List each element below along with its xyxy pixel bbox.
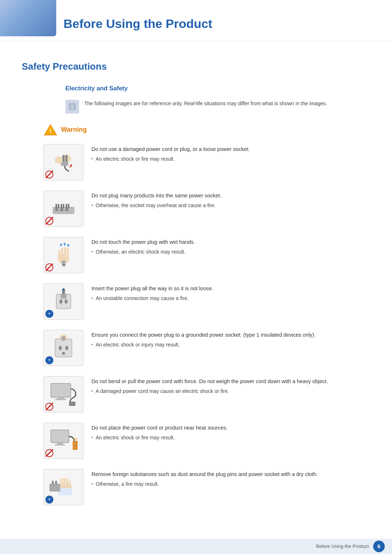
instruction-text-6: Do not bend or pull the power cord with … (91, 376, 370, 395)
svg-text:· · ·: · · · (50, 487, 53, 489)
instruction-item: · · · Remove foreign substances such as … (44, 469, 370, 505)
svg-point-34 (60, 299, 62, 304)
svg-rect-44 (62, 336, 65, 341)
main-content: Safety Precautions Electricity and Safet… (0, 45, 392, 526)
badge-no-2 (45, 217, 53, 225)
instruction-text-4: Insert the power plug all the way in so … (91, 283, 370, 303)
svg-point-10 (55, 157, 58, 163)
svg-rect-31 (63, 264, 64, 266)
svg-rect-25 (67, 248, 69, 257)
svg-rect-15 (65, 208, 68, 211)
instruction-image-7 (44, 423, 83, 459)
svg-rect-64 (55, 481, 57, 484)
svg-point-42 (62, 352, 65, 355)
instruction-image-2 (44, 190, 83, 227)
badge-ok-4 (45, 310, 53, 318)
svg-rect-63 (52, 481, 54, 484)
instruction-item: Do not plug many products into the same … (44, 190, 370, 227)
reference-text: The following images are for reference o… (84, 100, 370, 107)
svg-point-29 (68, 244, 69, 247)
svg-rect-24 (64, 247, 66, 257)
instruction-item: Do not touch the power plug with wet han… (44, 237, 370, 273)
page-title: Before Using the Product (0, 7, 392, 41)
instruction-item: Ensure you connect the power plug to a g… (44, 330, 370, 366)
warning-heading: ! Warning (44, 124, 370, 136)
instruction-image-8: · · · (44, 469, 83, 505)
svg-rect-51 (55, 444, 65, 446)
warning-label: Warning (61, 125, 87, 135)
svg-rect-5 (62, 155, 65, 162)
sub-heading: Electricity and Safety (65, 84, 370, 93)
footer-page-number: 6 (373, 541, 385, 552)
instruction-image-1: ✗ (44, 144, 83, 180)
svg-rect-21 (68, 204, 69, 208)
svg-rect-60 (69, 481, 71, 487)
badge-no-7 (45, 449, 53, 457)
instruction-image-4 (44, 283, 83, 320)
svg-point-40 (59, 346, 62, 350)
header-accent (0, 0, 56, 36)
badge-no-1 (45, 171, 53, 178)
svg-rect-14 (60, 208, 63, 211)
instruction-item: Insert the power plug all the way in so … (44, 283, 370, 320)
badge-no-6 (45, 403, 53, 411)
svg-point-28 (64, 243, 66, 246)
page-footer: Before Using the Product 6 (0, 539, 392, 554)
section-title: Safety Precautions (22, 59, 370, 74)
instruction-text-1: Do not use a damaged power cord or plug,… (91, 144, 370, 163)
svg-rect-49 (51, 430, 69, 443)
svg-text:✗: ✗ (69, 164, 73, 169)
page-header: Before Using the Product (0, 0, 392, 41)
svg-rect-45 (51, 383, 71, 397)
svg-point-35 (65, 299, 68, 304)
instruction-text-8: Remove foreign substances such as dust a… (91, 469, 370, 488)
instruction-text-5: Ensure you connect the power plug to a g… (91, 330, 370, 349)
reference-note: i The following images are for reference… (65, 100, 370, 114)
instruction-list: ✗ Do not use a damaged power cord or plu… (44, 144, 370, 505)
instruction-item: Do not bend or pull the power cord with … (44, 376, 370, 413)
badge-ok-8 (45, 496, 53, 504)
svg-rect-58 (63, 478, 65, 487)
badge-no-3 (45, 263, 53, 271)
svg-rect-26 (58, 250, 60, 257)
badge-ok-5 (45, 356, 53, 364)
reference-icon: i (65, 100, 79, 114)
svg-rect-20 (66, 204, 67, 208)
warning-icon: ! (44, 124, 57, 136)
svg-rect-6 (65, 155, 68, 162)
instruction-image-6 (44, 376, 83, 413)
svg-point-27 (60, 243, 62, 246)
svg-rect-19 (63, 204, 64, 208)
svg-text:i: i (72, 104, 73, 110)
svg-rect-48 (69, 402, 75, 406)
svg-rect-13 (55, 208, 58, 211)
svg-point-41 (65, 346, 68, 350)
instruction-text-3: Do not touch the power plug with wet han… (91, 237, 370, 256)
instruction-item: ✗ Do not use a damaged power cord or plu… (44, 144, 370, 180)
svg-rect-59 (66, 479, 68, 487)
svg-rect-47 (55, 399, 66, 400)
svg-rect-23 (61, 248, 63, 257)
svg-rect-37 (61, 294, 66, 299)
svg-rect-17 (58, 204, 59, 208)
footer-label: Before Using the Product (316, 543, 369, 550)
svg-rect-32 (64, 264, 65, 266)
instruction-image-5 (44, 330, 83, 366)
instruction-text-2: Do not plug many products into the same … (91, 190, 370, 210)
svg-rect-16 (56, 204, 57, 208)
instruction-image-3 (44, 237, 83, 273)
instruction-text-7: Do not place the power cord or product n… (91, 423, 370, 442)
svg-rect-18 (61, 204, 62, 208)
svg-text:!: ! (49, 128, 52, 135)
svg-rect-57 (60, 478, 62, 486)
svg-rect-7 (61, 161, 68, 166)
instruction-item: Do not place the power cord or product n… (44, 423, 370, 459)
